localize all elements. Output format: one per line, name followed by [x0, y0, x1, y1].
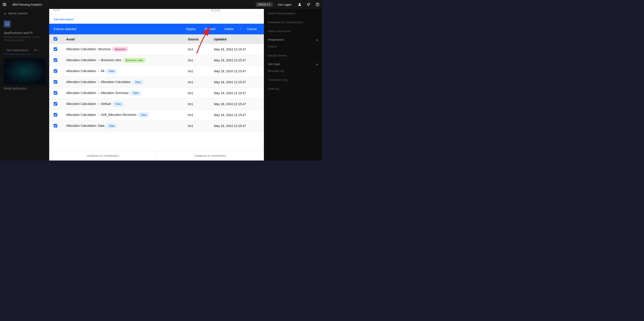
- space-badge: SPACE 4.2: [256, 2, 272, 7]
- source-cell: tm1: [184, 99, 210, 110]
- source-cell: tm1: [184, 121, 210, 132]
- asset-name: Allocation Calculation → Drill_Allocatio…: [66, 113, 136, 117]
- source-header: Source: [184, 34, 210, 44]
- asset-cell: Allocation Calculation: DataData: [62, 121, 184, 132]
- table-row: Allocation Calculation: DataDatatm1May 1…: [49, 121, 264, 132]
- selection-bar: 8 items selected Deploy Refresh Delete |…: [49, 24, 264, 34]
- row-checkbox[interactable]: [54, 58, 57, 62]
- asset-cell: Allocation Calculation → Business rulesB…: [62, 55, 184, 66]
- source-cell: tm1: [184, 44, 210, 55]
- svg-point-5: [318, 5, 318, 5]
- table-row: Allocation Calculation → Allocation Summ…: [49, 88, 264, 99]
- row-checkbox[interactable]: [54, 69, 57, 73]
- asset-cell: Allocation Calculation → Allocation Summ…: [62, 88, 184, 99]
- row-checkbox[interactable]: [54, 91, 57, 95]
- hamburger-menu-icon[interactable]: [0, 0, 9, 9]
- assets-table: Asset Source Updated Allocation Calculat…: [49, 34, 264, 132]
- modal-footer: Guidance to contributors Guidance to con…: [49, 151, 264, 160]
- asset-cell: Allocation Calculation → DefaultView: [62, 99, 184, 110]
- asset-tag: Structure: [112, 47, 128, 52]
- delete-button[interactable]: Delete: [222, 25, 236, 33]
- asset-tag: View: [113, 102, 124, 106]
- asset-cell: Allocation Calculation: StructureStructu…: [62, 44, 184, 55]
- source-cell: tm1: [184, 88, 210, 99]
- asset-cell: Allocation Calculation → Allocation Calc…: [62, 77, 184, 88]
- updated-cell: May 18, 2024 12:15:47: [210, 44, 264, 55]
- asset-header: Asset: [62, 34, 184, 44]
- app-title: IBM Planning Analytics: [9, 3, 46, 6]
- asset-name: Allocation Calculation: Structure: [66, 47, 110, 51]
- refresh-button[interactable]: Refresh: [202, 25, 218, 33]
- footer-link-1[interactable]: Guidance to contributors: [49, 151, 157, 160]
- add-description-link[interactable]: Add description: [49, 15, 264, 24]
- updated-cell: May 18, 2024 12:15:47: [210, 121, 264, 132]
- cancel-button[interactable]: Cancel: [244, 25, 260, 33]
- source-cell: tm1: [184, 110, 210, 121]
- table-row: Allocation Calculation → DefaultViewtm1M…: [49, 99, 264, 110]
- table-header-row: Asset Source Updated: [49, 34, 264, 44]
- user-profile-icon[interactable]: [295, 0, 304, 9]
- updated-cell: May 18, 2024 12:15:47: [210, 77, 264, 88]
- asset-tag: View: [130, 91, 141, 95]
- row-checkbox[interactable]: [54, 113, 57, 117]
- row-checkbox[interactable]: [54, 80, 57, 84]
- select-all-checkbox[interactable]: [54, 37, 57, 41]
- table-row: Allocation Calculation → Business rulesB…: [49, 55, 264, 66]
- table-row: Allocation Calculation: StructureStructu…: [49, 44, 264, 55]
- table-row: Allocation Calculation → AllViewtm1May 1…: [49, 66, 264, 77]
- asset-tag: View: [132, 80, 143, 84]
- asset-name: Allocation Calculation → Allocation Summ…: [66, 91, 128, 95]
- svg-point-3: [299, 3, 300, 4]
- release-modal: Release ⋮ May 18 2024 12:15:47 Add descr…: [49, 0, 264, 160]
- updated-header: Updated: [210, 34, 264, 44]
- asset-name: Allocation Calculation: Data: [66, 124, 104, 128]
- asset-cell: Allocation Calculation → Drill_Allocatio…: [62, 110, 184, 121]
- svg-rect-0: [3, 3, 6, 3]
- asset-name: Allocation Calculation → Allocation Calc…: [66, 80, 131, 84]
- asset-tag: View: [106, 69, 117, 73]
- top-nav-right: SPACE 4.2 han Lagan: [256, 0, 322, 9]
- user-name: han Lagan: [278, 3, 292, 6]
- updated-cell: May 18, 2024 12:15:47: [210, 99, 264, 110]
- send-icon[interactable]: [304, 0, 313, 9]
- updated-cell: May 18, 2024 12:15:47: [210, 88, 264, 99]
- select-all-header[interactable]: [49, 34, 62, 44]
- deploy-button[interactable]: Deploy: [183, 25, 198, 33]
- assets-table-container[interactable]: Asset Source Updated Allocation Calculat…: [49, 34, 264, 151]
- asset-tag: Data: [106, 124, 117, 128]
- source-cell: tm1: [184, 77, 210, 88]
- user-info: han Lagan: [274, 3, 295, 6]
- footer-link-2[interactable]: Guidance to contributors: [157, 151, 264, 160]
- source-cell: tm1: [184, 66, 210, 77]
- row-checkbox[interactable]: [54, 47, 57, 51]
- asset-name: Allocation Calculation → Default: [66, 102, 111, 106]
- asset-cell: Allocation Calculation → AllView: [62, 66, 184, 77]
- top-navigation: IBM Planning Analytics SPACE 4.2 han Lag…: [0, 0, 322, 9]
- table-row: Allocation Calculation → Allocation Calc…: [49, 77, 264, 88]
- row-checkbox[interactable]: [54, 124, 57, 128]
- row-checkbox[interactable]: [54, 102, 57, 106]
- selection-divider: |: [240, 27, 241, 31]
- source-cell: tm1: [184, 55, 210, 66]
- help-icon[interactable]: [313, 0, 322, 9]
- updated-cell: May 18, 2024 12:15:47: [210, 110, 264, 121]
- asset-name: Allocation Calculation → Business rules: [66, 58, 122, 62]
- updated-cell: May 18, 2024 12:15:47: [210, 66, 264, 77]
- asset-tag: View: [138, 113, 149, 117]
- asset-name: Allocation Calculation → All: [66, 69, 104, 73]
- updated-cell: May 18, 2024 12:15:47: [210, 55, 264, 66]
- asset-tag: Business rules: [123, 58, 146, 62]
- selection-count: 8 items selected: [54, 27, 180, 31]
- svg-rect-2: [3, 5, 6, 6]
- svg-rect-1: [3, 4, 6, 5]
- table-row: Allocation Calculation → Drill_Allocatio…: [49, 110, 264, 121]
